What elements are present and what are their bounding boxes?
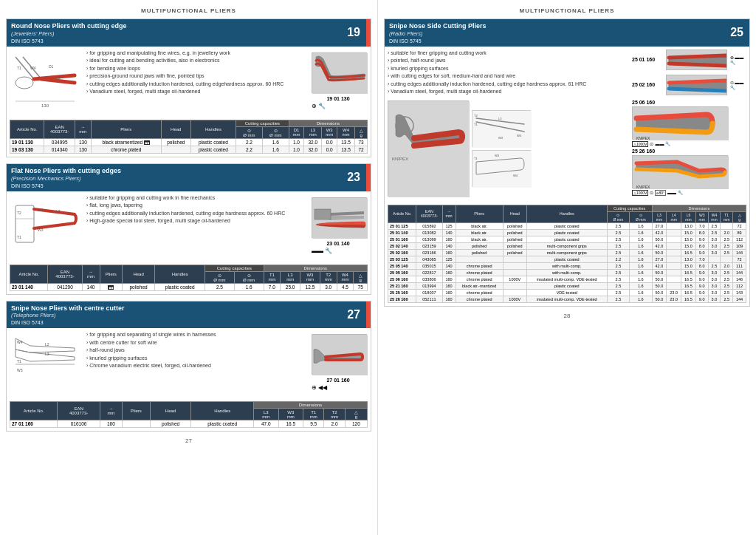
handles: multi-component grips: [526, 249, 607, 256]
right-product-images: 25 01 160 ⊕ ▬▬ 🔧 25 02 160: [632, 50, 746, 197]
round-nose-photo: [312, 52, 367, 93]
snipe-side-photos: KNIPEX T2 T1 L3 W3: [388, 100, 629, 197]
ean: 041290: [48, 283, 82, 290]
cs: 2.5: [607, 229, 629, 236]
size: 160: [100, 420, 122, 428]
w4: 3.0: [708, 289, 721, 296]
table-row: 25 25 160 018007 160 chrome plated VDE-t…: [388, 289, 746, 296]
head: polished: [503, 236, 526, 242]
svg-text:W3: W3: [495, 154, 500, 157]
snipe-nose-photo: [312, 334, 367, 375]
prod-icons-1: ⊕ ▬▬ 🔧: [730, 55, 746, 65]
l3: 50.0: [652, 236, 667, 242]
head: [503, 269, 526, 276]
ean: 014340: [44, 146, 75, 153]
round-nose-icons: ⊕ 🔧: [312, 103, 365, 109]
table-row: 25 02 140 023159 140 polished polished m…: [388, 242, 746, 249]
article-no: 25 05 160: [388, 269, 416, 276]
feature-item: cutting edges additionally induction har…: [86, 210, 306, 218]
svg-text:L3: L3: [498, 117, 502, 120]
svg-text:W3: W3: [17, 368, 23, 372]
l3: 27.0: [652, 222, 667, 229]
col-l3: L3mm: [652, 211, 667, 222]
col-size: →mm: [82, 265, 100, 283]
l4: 23.0: [667, 289, 681, 296]
g: 143: [733, 289, 746, 296]
cs: 2.5: [607, 269, 629, 276]
col-pliers: Pliers: [91, 120, 161, 138]
product-25-02-160: 25 02 160 ⊙ ▬▬ 🔧: [632, 75, 746, 95]
w3: 9.0: [695, 282, 708, 289]
l3: 27.0: [652, 256, 667, 262]
l4: [667, 269, 681, 276]
svg-text:L3: L3: [45, 352, 49, 356]
handles: insulated multi-comp. VDE-tested: [526, 296, 607, 302]
l6: 15.0: [681, 262, 696, 269]
col-ean: EAN4003773-: [58, 402, 100, 420]
flat-nose-product-code: 23 01 140: [312, 241, 365, 246]
g: 72: [733, 222, 746, 229]
feature-item: for gripping and separating of single wi…: [86, 331, 306, 339]
green-icon: 🔧: [318, 103, 326, 109]
w4: 3.0: [708, 282, 721, 289]
l6: 15.0: [681, 236, 696, 242]
round-nose-table: Article No. EAN4003773- →mm Pliers Head …: [10, 120, 368, 154]
head: polished: [150, 420, 190, 428]
t1: 2.5: [721, 242, 733, 249]
g: 89: [733, 229, 746, 236]
t1: 2.5: [721, 296, 733, 302]
vde-badge: △1000V: [632, 141, 648, 147]
table-row: 25 02 160 023166 160 polished polished m…: [388, 249, 746, 256]
size: 160: [442, 282, 456, 289]
table-row: 25 03 125 043065 125 plastic coated 2.2 …: [388, 256, 746, 262]
t1: 2.5: [721, 236, 733, 242]
g: 144: [733, 269, 746, 276]
g: 72: [733, 256, 746, 262]
w4: [708, 256, 721, 262]
w4: 13.5: [337, 138, 354, 146]
table-row: 27 01 160 016106 160 polished plastic co…: [10, 420, 368, 428]
cs: 2.5: [607, 236, 629, 242]
snipe-nose-subtitle: (Telephone Pliers): [11, 312, 337, 318]
g: 112: [733, 236, 746, 242]
l3: 32.0: [304, 138, 322, 146]
svg-text:T2: T2: [17, 211, 21, 215]
svg-text:D1: D1: [49, 64, 54, 69]
flat-nose-preview: 23 01 140 ▬▬ 🔧: [309, 194, 368, 257]
col-w4: W4mm: [337, 126, 354, 138]
head: polished: [503, 242, 526, 249]
t1: [721, 222, 733, 229]
flat-nose-photo: [312, 197, 367, 238]
cm: 1.6: [630, 236, 652, 242]
feature-item: for bending wire loops: [86, 65, 306, 73]
article-no: 25 21 160: [388, 282, 416, 289]
size: 125: [442, 222, 456, 229]
col-pliers: Pliers: [122, 402, 150, 420]
cs: 2.2: [236, 138, 263, 146]
w3: 8.0: [695, 229, 708, 236]
t1: [721, 256, 733, 262]
flat-nose-table-wrapper: Article No. EAN4003773- →mm Pliers Head …: [7, 260, 371, 294]
svg-text:L3: L3: [56, 75, 61, 80]
head: 1000V: [503, 296, 526, 302]
feature-item: cutting edges additionally induction har…: [388, 81, 629, 89]
l3: 50.0: [652, 269, 667, 276]
flat-nose-title: Flat Nose Pliers with cutting edges: [11, 167, 337, 175]
article-no: 25 25 160: [388, 289, 416, 296]
flat-nose-diagram: T2 T1 W4 L3 W3: [12, 198, 82, 253]
g: 73: [355, 138, 368, 146]
handles: plastic coated: [526, 222, 607, 229]
cs: 2.2: [236, 146, 263, 153]
article-no: 25 01 140: [388, 229, 416, 236]
handles: plastic coated: [191, 420, 254, 428]
col-ean: EAN4003773-: [48, 265, 82, 283]
col-g: △g: [733, 211, 746, 222]
left-page: MULTIFUNCTIONAL PLIERS Round Nose Pliers…: [0, 0, 378, 535]
l4: [667, 229, 681, 236]
snipe-side-section: Snipe Nose Side Cutting Pliers (Radio Pl…: [384, 18, 750, 307]
w3: 8.0: [695, 242, 708, 249]
l6: 15.0: [681, 242, 696, 249]
col-t1: T1mm: [264, 271, 281, 283]
cm: 1.6: [630, 282, 652, 289]
ean: 034995: [44, 138, 75, 146]
